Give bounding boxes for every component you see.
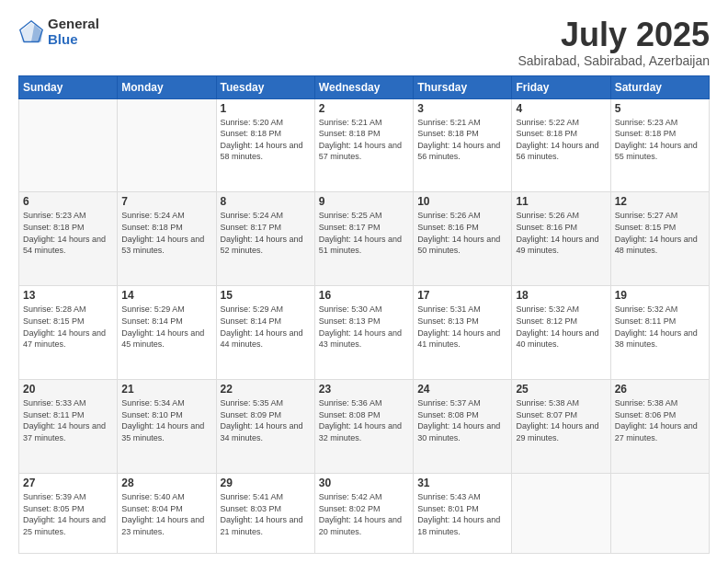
day-info: Sunrise: 5:42 AMSunset: 8:02 PMDaylight:… [319,491,409,537]
table-row: 12Sunrise: 5:27 AMSunset: 8:15 PMDayligh… [610,192,709,286]
day-info: Sunrise: 5:41 AMSunset: 8:03 PMDaylight:… [221,491,311,537]
day-number: 5 [615,102,705,115]
day-number: 31 [417,477,507,489]
table-row: 3Sunrise: 5:21 AMSunset: 8:18 PMDaylight… [414,98,512,192]
table-row [118,98,216,192]
day-info: Sunrise: 5:31 AMSunset: 8:13 PMDaylight:… [417,304,507,350]
table-row: 23Sunrise: 5:36 AMSunset: 8:08 PMDayligh… [314,380,413,474]
logo-general-label: General [48,17,99,32]
day-number: 24 [417,383,507,396]
day-number: 25 [516,383,606,396]
day-number: 23 [319,383,409,396]
day-info: Sunrise: 5:39 AMSunset: 8:05 PMDaylight:… [23,491,113,537]
day-info: Sunrise: 5:27 AMSunset: 8:15 PMDaylight:… [615,210,705,256]
day-number: 18 [516,289,606,302]
day-info: Sunrise: 5:37 AMSunset: 8:08 PMDaylight:… [417,397,507,443]
table-row [610,474,709,554]
col-saturday: Saturday [610,75,709,98]
day-info: Sunrise: 5:38 AMSunset: 8:06 PMDaylight:… [615,397,705,443]
day-number: 11 [516,195,606,208]
day-number: 15 [221,289,311,302]
table-row: 1Sunrise: 5:20 AMSunset: 8:18 PMDaylight… [216,98,314,192]
day-info: Sunrise: 5:33 AMSunset: 8:11 PMDaylight:… [23,397,113,443]
table-row: 6Sunrise: 5:23 AMSunset: 8:18 PMDaylight… [19,192,118,286]
table-row [512,474,610,554]
table-row: 8Sunrise: 5:24 AMSunset: 8:17 PMDaylight… [216,192,314,286]
day-info: Sunrise: 5:38 AMSunset: 8:07 PMDaylight:… [516,397,606,443]
day-info: Sunrise: 5:26 AMSunset: 8:16 PMDaylight:… [516,210,606,256]
col-tuesday: Tuesday [216,75,314,98]
table-row [19,98,118,192]
table-row: 21Sunrise: 5:34 AMSunset: 8:10 PMDayligh… [118,380,216,474]
day-info: Sunrise: 5:23 AMSunset: 8:18 PMDaylight:… [615,117,705,163]
day-number: 17 [417,289,507,302]
day-info: Sunrise: 5:35 AMSunset: 8:09 PMDaylight:… [221,397,311,443]
calendar-header: Sunday Monday Tuesday Wednesday Thursday… [19,75,710,98]
logo-blue-label: Blue [48,32,99,48]
day-number: 4 [516,102,606,115]
day-number: 26 [615,383,705,396]
day-number: 10 [417,195,507,208]
location: Sabirabad, Sabirabad, Azerbaijan [518,53,710,68]
day-number: 27 [23,477,113,489]
header-row: Sunday Monday Tuesday Wednesday Thursday… [19,75,710,98]
day-info: Sunrise: 5:21 AMSunset: 8:18 PMDaylight:… [319,117,409,163]
table-row: 27Sunrise: 5:39 AMSunset: 8:05 PMDayligh… [19,474,118,554]
table-row: 19Sunrise: 5:32 AMSunset: 8:11 PMDayligh… [610,286,709,380]
day-info: Sunrise: 5:29 AMSunset: 8:14 PMDaylight:… [221,304,311,350]
table-row: 20Sunrise: 5:33 AMSunset: 8:11 PMDayligh… [19,380,118,474]
logo-text: General Blue [48,17,99,47]
title-section: July 2025 Sabirabad, Sabirabad, Azerbaij… [518,17,710,68]
col-wednesday: Wednesday [314,75,413,98]
table-row: 4Sunrise: 5:22 AMSunset: 8:18 PMDaylight… [512,98,610,192]
table-row: 11Sunrise: 5:26 AMSunset: 8:16 PMDayligh… [512,192,610,286]
day-info: Sunrise: 5:21 AMSunset: 8:18 PMDaylight:… [417,117,507,163]
table-row: 16Sunrise: 5:30 AMSunset: 8:13 PMDayligh… [314,286,413,380]
day-info: Sunrise: 5:24 AMSunset: 8:17 PMDaylight:… [221,210,311,256]
page: General Blue July 2025 Sabirabad, Sabira… [0,0,728,563]
calendar-body: 1Sunrise: 5:20 AMSunset: 8:18 PMDaylight… [19,98,710,553]
day-number: 3 [417,102,507,115]
month-title: July 2025 [518,17,710,53]
day-info: Sunrise: 5:36 AMSunset: 8:08 PMDaylight:… [319,397,409,443]
day-info: Sunrise: 5:30 AMSunset: 8:13 PMDaylight:… [319,304,409,350]
table-row: 5Sunrise: 5:23 AMSunset: 8:18 PMDaylight… [610,98,709,192]
day-info: Sunrise: 5:23 AMSunset: 8:18 PMDaylight:… [23,210,113,256]
day-number: 8 [221,195,311,208]
day-number: 1 [221,102,311,115]
day-info: Sunrise: 5:28 AMSunset: 8:15 PMDaylight:… [23,304,113,350]
logo: General Blue [18,17,99,47]
table-row: 25Sunrise: 5:38 AMSunset: 8:07 PMDayligh… [512,380,610,474]
day-info: Sunrise: 5:29 AMSunset: 8:14 PMDaylight:… [121,304,211,350]
day-number: 2 [319,102,409,115]
table-row: 24Sunrise: 5:37 AMSunset: 8:08 PMDayligh… [414,380,512,474]
calendar-table: Sunday Monday Tuesday Wednesday Thursday… [18,75,710,554]
table-row: 9Sunrise: 5:25 AMSunset: 8:17 PMDaylight… [314,192,413,286]
day-number: 16 [319,289,409,302]
day-info: Sunrise: 5:25 AMSunset: 8:17 PMDaylight:… [319,210,409,256]
day-info: Sunrise: 5:40 AMSunset: 8:04 PMDaylight:… [121,491,211,537]
day-number: 21 [121,383,211,396]
table-row: 10Sunrise: 5:26 AMSunset: 8:16 PMDayligh… [414,192,512,286]
table-row: 30Sunrise: 5:42 AMSunset: 8:02 PMDayligh… [314,474,413,554]
col-friday: Friday [512,75,610,98]
day-number: 22 [221,383,311,396]
day-info: Sunrise: 5:32 AMSunset: 8:11 PMDaylight:… [615,304,705,350]
table-row: 15Sunrise: 5:29 AMSunset: 8:14 PMDayligh… [216,286,314,380]
table-row: 17Sunrise: 5:31 AMSunset: 8:13 PMDayligh… [414,286,512,380]
day-info: Sunrise: 5:22 AMSunset: 8:18 PMDaylight:… [516,117,606,163]
day-number: 6 [23,195,113,208]
day-number: 9 [319,195,409,208]
table-row: 31Sunrise: 5:43 AMSunset: 8:01 PMDayligh… [414,474,512,554]
logo-icon [18,19,44,45]
day-info: Sunrise: 5:26 AMSunset: 8:16 PMDaylight:… [417,210,507,256]
day-number: 29 [221,477,311,489]
day-number: 30 [319,477,409,489]
table-row: 18Sunrise: 5:32 AMSunset: 8:12 PMDayligh… [512,286,610,380]
day-number: 20 [23,383,113,396]
day-number: 28 [121,477,211,489]
table-row: 29Sunrise: 5:41 AMSunset: 8:03 PMDayligh… [216,474,314,554]
table-row: 2Sunrise: 5:21 AMSunset: 8:18 PMDaylight… [314,98,413,192]
day-number: 14 [121,289,211,302]
day-info: Sunrise: 5:43 AMSunset: 8:01 PMDaylight:… [417,491,507,537]
